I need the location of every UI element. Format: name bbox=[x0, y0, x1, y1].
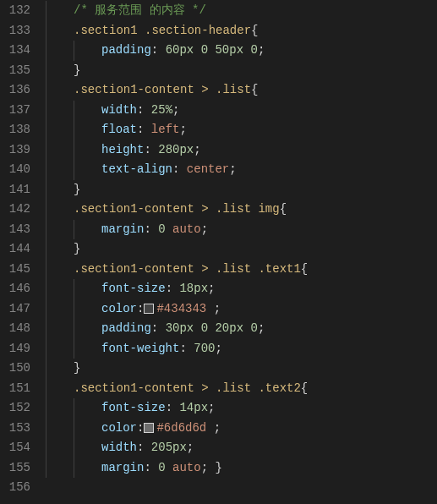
token: 0 bbox=[201, 321, 208, 335]
token: ; bbox=[214, 421, 221, 435]
token: 700 bbox=[194, 342, 215, 355]
line-number: 138 bbox=[0, 120, 30, 140]
line-number: 143 bbox=[0, 220, 30, 240]
token: left bbox=[151, 123, 180, 136]
token: } bbox=[215, 461, 221, 474]
color-swatch[interactable] bbox=[144, 423, 154, 433]
code-line[interactable]: padding: 60px 0 50px 0; bbox=[46, 41, 437, 61]
token: : bbox=[137, 123, 151, 136]
token: : bbox=[137, 103, 151, 117]
token: float bbox=[101, 123, 137, 136]
token: ; bbox=[201, 461, 216, 474]
token: : bbox=[144, 461, 158, 474]
line-number: 144 bbox=[0, 239, 30, 260]
code-line[interactable]: padding: 30px 0 20px 0; bbox=[46, 319, 437, 339]
code-line[interactable]: height: 280px; bbox=[46, 140, 437, 161]
token: color bbox=[101, 421, 137, 435]
token: .section1 .section-header bbox=[74, 24, 251, 37]
code-line[interactable]: font-weight: 700; bbox=[46, 339, 437, 359]
token: .section1-content > .list bbox=[74, 83, 251, 96]
code-line[interactable]: /* 服务范围 的内容 */ bbox=[46, 1, 437, 21]
token: ; bbox=[214, 302, 221, 315]
code-editor[interactable]: 1321331341351361371381391401411421431441… bbox=[0, 0, 437, 504]
token: auto bbox=[172, 461, 201, 474]
token: padding bbox=[101, 43, 151, 57]
token: { bbox=[280, 202, 287, 216]
line-number: 135 bbox=[0, 61, 30, 81]
code-line[interactable]: font-size: 14px; bbox=[46, 398, 437, 419]
line-number: 137 bbox=[0, 101, 30, 121]
token: 0 bbox=[158, 222, 165, 236]
code-line[interactable]: .section1-content > .list .text1{ bbox=[46, 260, 437, 280]
token: 60px bbox=[166, 43, 194, 57]
token: : bbox=[179, 342, 194, 355]
token: /* 服务范围 的内容 */ bbox=[74, 3, 206, 17]
code-line[interactable]: .section1-content > .list{ bbox=[46, 80, 437, 101]
code-line[interactable]: } bbox=[46, 61, 437, 81]
token: } bbox=[74, 63, 80, 77]
token: 50px bbox=[215, 43, 243, 57]
token: { bbox=[301, 381, 308, 395]
code-line[interactable]: float: left; bbox=[46, 120, 437, 140]
token: : bbox=[151, 43, 166, 57]
token bbox=[194, 321, 200, 335]
token: ; bbox=[172, 103, 179, 117]
token: 0 bbox=[250, 43, 257, 57]
token: : bbox=[151, 321, 166, 335]
token: ; bbox=[258, 321, 265, 335]
code-line[interactable]: .section1 .section-header{ bbox=[46, 21, 437, 41]
token: : bbox=[144, 143, 158, 156]
token: : bbox=[166, 282, 180, 295]
line-number: 153 bbox=[0, 419, 30, 439]
token: 30px bbox=[166, 321, 194, 335]
token: text-align bbox=[101, 162, 172, 176]
code-line[interactable]: } bbox=[46, 359, 437, 379]
token: width bbox=[101, 103, 137, 117]
line-number: 136 bbox=[0, 80, 30, 101]
token: color bbox=[101, 302, 137, 315]
token: .section1-content > .list img bbox=[74, 202, 280, 216]
token: #434343 bbox=[156, 302, 213, 315]
code-line[interactable]: .section1-content > .list .text2{ bbox=[46, 379, 437, 399]
line-number: 149 bbox=[0, 339, 30, 359]
token: 280px bbox=[158, 143, 194, 156]
line-number: 156 bbox=[0, 478, 30, 498]
token bbox=[166, 222, 172, 236]
token: .section1-content > .list .text2 bbox=[74, 381, 301, 395]
line-number: 150 bbox=[0, 359, 30, 379]
token: ; bbox=[187, 441, 194, 454]
code-line[interactable]: color:#6d6d6d ; bbox=[46, 419, 437, 439]
token: ; bbox=[258, 43, 265, 57]
token: : bbox=[144, 222, 158, 236]
color-swatch[interactable] bbox=[144, 304, 154, 314]
token: 0 bbox=[158, 461, 165, 474]
code-line[interactable]: .section1-content > .list img{ bbox=[46, 200, 437, 220]
code-line[interactable]: margin: 0 auto; bbox=[46, 220, 437, 240]
line-number: 147 bbox=[0, 299, 30, 320]
token: #6d6d6d bbox=[156, 421, 213, 435]
token: margin bbox=[101, 222, 144, 236]
code-line[interactable]: text-align: center; bbox=[46, 160, 437, 180]
token: font-size bbox=[101, 282, 166, 295]
token: 20px bbox=[215, 321, 243, 335]
token: auto bbox=[172, 222, 201, 236]
token: ; bbox=[229, 162, 236, 176]
token: 0 bbox=[201, 43, 208, 57]
code-line[interactable]: margin: 0 auto; } bbox=[46, 458, 437, 479]
code-area[interactable]: /* 服务范围 的内容 */.section1 .section-header{… bbox=[46, 0, 437, 504]
code-line[interactable]: width: 205px; bbox=[46, 438, 437, 458]
token: center bbox=[187, 162, 229, 176]
code-line[interactable]: font-size: 18px; bbox=[46, 279, 437, 299]
token: : bbox=[172, 162, 187, 176]
code-line[interactable] bbox=[46, 478, 437, 498]
token: height bbox=[101, 143, 144, 156]
code-line[interactable]: } bbox=[46, 239, 437, 260]
line-number: 145 bbox=[0, 260, 30, 280]
line-number: 155 bbox=[0, 458, 30, 479]
code-line[interactable]: } bbox=[46, 180, 437, 200]
token: ; bbox=[215, 342, 221, 355]
line-number: 142 bbox=[0, 200, 30, 220]
code-line[interactable]: color:#434343 ; bbox=[46, 299, 437, 320]
code-line[interactable]: width: 25%; bbox=[46, 101, 437, 121]
line-number: 148 bbox=[0, 319, 30, 339]
